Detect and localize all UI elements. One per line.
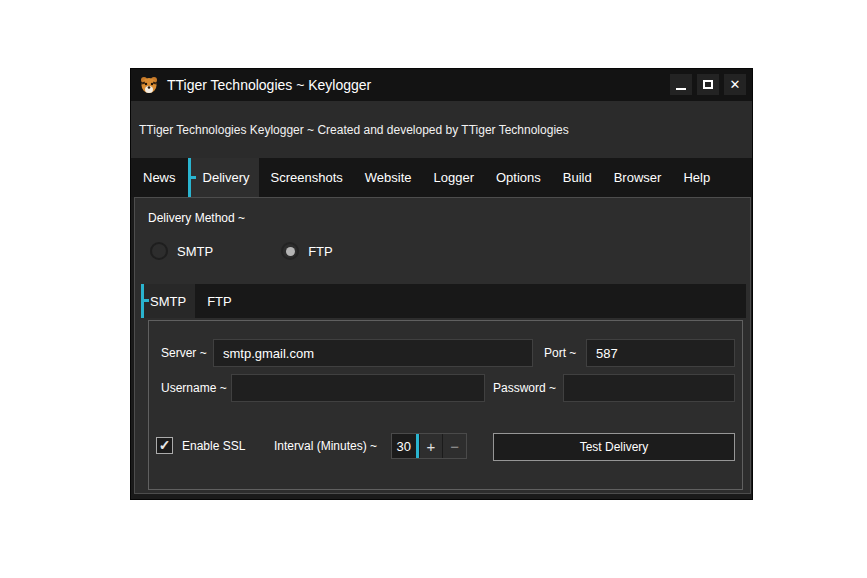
close-icon: ✕ xyxy=(730,78,741,91)
test-delivery-button[interactable]: Test Delivery xyxy=(493,433,735,461)
smtp-settings-panel: Server ~ Port ~ Username ~ Password ~ ✓ … xyxy=(148,320,743,490)
stepper-accent-divider xyxy=(416,434,419,458)
close-button[interactable]: ✕ xyxy=(724,74,746,95)
interval-increment-button[interactable]: + xyxy=(420,434,443,458)
maximize-icon xyxy=(703,80,713,89)
maximize-button[interactable] xyxy=(697,74,719,95)
tab-help[interactable]: Help xyxy=(672,158,721,197)
window-title: TTiger Technologies ~ Keylogger xyxy=(167,77,371,93)
main-tab-strip: News Delivery Screenshots Website Logger… xyxy=(131,158,752,197)
enable-ssl-checkbox[interactable]: ✓ xyxy=(156,437,173,454)
radio-ftp-label: FTP xyxy=(308,244,333,259)
radio-ftp-circle xyxy=(281,242,299,260)
tab-options[interactable]: Options xyxy=(485,158,552,197)
interval-value: 30 xyxy=(392,434,416,458)
radio-smtp-label: SMTP xyxy=(177,244,213,259)
minimize-button[interactable] xyxy=(670,74,692,95)
interval-decrement-button[interactable]: − xyxy=(443,434,466,458)
server-label: Server ~ xyxy=(161,339,207,367)
tab-build[interactable]: Build xyxy=(552,158,603,197)
minimize-icon xyxy=(676,88,686,90)
delivery-method-radios: SMTP FTP xyxy=(150,240,333,262)
radio-smtp-circle xyxy=(150,242,168,260)
tab-screenshots[interactable]: Screenshots xyxy=(259,158,353,197)
radio-smtp[interactable]: SMTP xyxy=(150,242,213,260)
window-controls: ✕ xyxy=(670,74,746,95)
check-icon: ✓ xyxy=(159,438,171,452)
delivery-sub-tab-strip: SMTP FTP xyxy=(141,284,746,318)
interval-label: Interval (Minutes) ~ xyxy=(274,432,377,460)
radio-ftp[interactable]: FTP xyxy=(281,242,333,260)
subtab-smtp[interactable]: SMTP xyxy=(141,284,195,318)
tab-news[interactable]: News xyxy=(131,158,188,197)
subtitle-bar: TTiger Technologies Keylogger ~ Created … xyxy=(131,101,752,158)
subtab-ftp[interactable]: FTP xyxy=(195,284,244,318)
title-bar[interactable]: TTiger Technologies ~ Keylogger ✕ xyxy=(131,69,752,101)
delivery-tab-page: Delivery Method ~ SMTP FTP SMTP FTP Serv… xyxy=(134,197,751,494)
interval-stepper: 30 + − xyxy=(391,433,467,459)
tab-logger[interactable]: Logger xyxy=(422,158,484,197)
tab-delivery[interactable]: Delivery xyxy=(188,158,260,197)
app-subtitle: TTiger Technologies Keylogger ~ Created … xyxy=(139,123,569,137)
app-window: TTiger Technologies ~ Keylogger ✕ TTiger… xyxy=(130,68,753,500)
username-input[interactable] xyxy=(231,374,485,402)
delivery-method-label: Delivery Method ~ xyxy=(148,211,245,225)
password-input[interactable] xyxy=(563,374,735,402)
password-label: Password ~ xyxy=(493,374,556,402)
server-input[interactable] xyxy=(213,339,533,367)
port-label: Port ~ xyxy=(544,339,576,367)
port-input[interactable] xyxy=(586,339,735,367)
tiger-app-icon xyxy=(140,76,158,94)
enable-ssl-label: Enable SSL xyxy=(182,432,245,460)
radio-ftp-dot xyxy=(286,247,295,256)
tab-browser[interactable]: Browser xyxy=(603,158,673,197)
username-label: Username ~ xyxy=(161,374,227,402)
tab-website[interactable]: Website xyxy=(354,158,423,197)
